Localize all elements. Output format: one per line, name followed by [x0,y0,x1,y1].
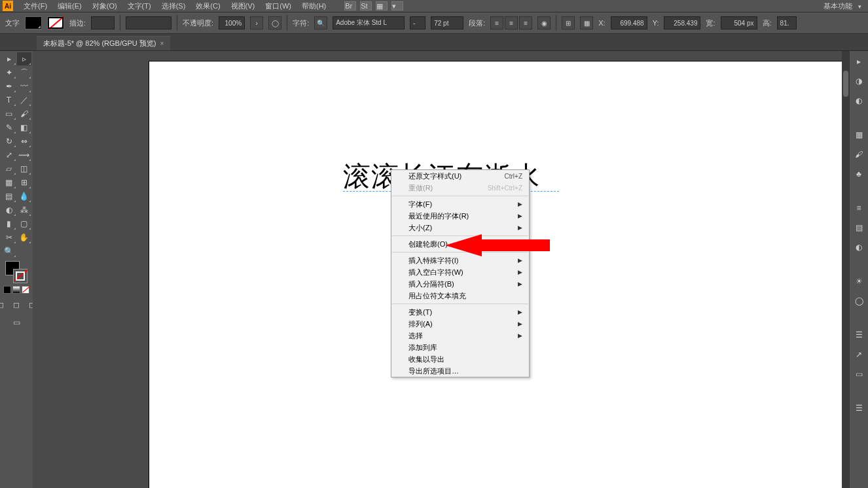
slice-tool-icon[interactable]: ✂ [2,231,16,244]
transparency-panel-icon[interactable]: ◐ [852,241,865,254]
color-mode-none[interactable] [22,286,29,294]
cm-create-outlines[interactable]: 创建轮廓(O) [391,238,529,250]
brushes-panel-icon[interactable]: 🖌 [852,148,865,161]
fill-stroke-indicator[interactable] [5,261,27,283]
draw-behind-icon[interactable]: ◻ [9,298,24,311]
lasso-tool-icon[interactable]: ⌒ [17,66,31,79]
opacity-input[interactable] [219,16,245,29]
tab-close-icon[interactable]: × [160,40,164,47]
swatches-panel-icon[interactable]: ▦ [852,128,865,141]
stock-icon[interactable]: St [360,1,372,10]
layers-panel-icon[interactable]: ☰ [852,328,865,341]
gradient-tool-icon[interactable]: ▤ [2,190,16,203]
align-center-icon[interactable]: ≡ [505,16,518,29]
selection-tool-icon[interactable]: ▸ [2,52,16,65]
cm-undo[interactable]: 还原文字样式(U) Ctrl+Z [391,170,529,182]
x-input[interactable] [611,16,647,29]
shape-builder-tool-icon[interactable]: ◫ [17,162,31,175]
cm-recent-fonts[interactable]: 最近使用的字体(R) ▶ [391,210,529,222]
cm-add-to-lib[interactable]: 添加到库 [391,341,529,353]
menu-edit[interactable]: 编辑(E) [52,0,87,12]
brush-profile[interactable] [126,16,172,29]
style-picker-icon[interactable]: ◯ [268,16,281,29]
color-mode-solid[interactable] [3,286,11,294]
menu-select[interactable]: 选择(S) [156,0,191,12]
line-tool-icon[interactable]: ／ [17,94,31,107]
asset-export-panel-icon[interactable]: ↗ [852,348,865,361]
width-tool-icon[interactable]: ⟿ [17,148,31,162]
menu-object[interactable]: 对象(O) [87,0,122,12]
cm-collect-export[interactable]: 收集以导出 [391,353,529,365]
workspace-switcher[interactable]: 基本功能 ▾ [817,0,868,12]
menu-view[interactable]: 视图(V) [226,0,261,12]
graphic-styles-panel-icon[interactable]: ◯ [852,294,865,307]
cm-transform[interactable]: 变换(T) ▶ [391,306,529,318]
cm-select[interactable]: 选择 ▶ [391,330,529,341]
reflect-tool-icon[interactable]: ⇔ [17,135,31,148]
free-transform-tool-icon[interactable]: ▱ [2,162,16,175]
symbols-panel-icon[interactable]: ♣ [852,167,865,181]
eyedropper-tool-icon[interactable]: 💧 [17,190,31,203]
color-panel-icon[interactable]: ◑ [852,75,865,88]
cm-fill-placeholder[interactable]: 用占位符文本填充 [391,290,529,302]
font-style-input[interactable] [410,16,425,29]
cm-export-selection[interactable]: 导出所选项目… [391,365,529,377]
cm-font[interactable]: 字体(F) ▶ [391,198,529,210]
font-name-input[interactable] [333,16,405,29]
font-size-input[interactable] [431,16,463,29]
vertical-scrollbar[interactable] [842,51,850,488]
menu-file[interactable]: 文件(F) [18,0,52,12]
scroll-thumb[interactable] [843,71,848,97]
h-input[interactable] [777,16,797,29]
draw-normal-icon[interactable]: ◻ [0,298,8,311]
w-input[interactable] [721,16,757,29]
rotate-tool-icon[interactable]: ↻ [2,135,16,148]
gpu-icon[interactable]: ▾ [391,1,403,10]
pen-tool-icon[interactable]: ✒ [2,80,16,93]
transform-panel-icon[interactable]: ▦ [580,16,593,29]
bridge-icon[interactable]: Br [344,1,356,10]
cm-insert-blank[interactable]: 插入空白字符(W) ▶ [391,266,529,278]
fill-swatch[interactable] [25,16,42,29]
color-guide-panel-icon[interactable]: ◐ [852,94,865,107]
artboard-tool-icon[interactable]: ▢ [17,217,31,230]
hand-tool-icon[interactable]: ✋ [17,231,31,244]
font-search-icon[interactable]: 🔍 [314,16,327,29]
screen-mode-icon[interactable]: ▭ [9,316,24,329]
direct-selection-tool-icon[interactable]: ▹ [17,52,31,65]
stroke-panel-icon[interactable]: ≡ [852,201,865,215]
stroke-weight-input[interactable] [91,16,115,29]
cm-arrange[interactable]: 排列(A) ▶ [391,318,529,330]
opacity-more-icon[interactable]: › [250,16,263,29]
magic-wand-tool-icon[interactable]: ✦ [2,66,16,79]
align-left-icon[interactable]: ≡ [490,16,503,29]
color-mode-gradient[interactable] [12,286,20,294]
type-tool-icon[interactable]: T [2,94,16,107]
cm-insert-special[interactable]: 插入特殊字符(I) ▶ [391,254,529,266]
cm-insert-break[interactable]: 插入分隔符(B) ▶ [391,278,529,290]
y-input[interactable] [664,16,700,29]
arrange-docs-icon[interactable]: ▦ [376,1,388,10]
libraries-panel-icon[interactable]: ☰ [852,402,865,415]
paintbrush-tool-icon[interactable]: 🖌 [17,107,31,120]
perspective-tool-icon[interactable]: ▦ [2,176,16,189]
menu-window[interactable]: 窗口(W) [260,0,297,12]
artboards-panel-icon[interactable]: ▭ [852,368,865,381]
stroke-color-icon[interactable] [13,269,27,283]
properties-panel-icon[interactable]: ▸ [852,55,865,68]
align-right-icon[interactable]: ≡ [519,16,532,29]
curvature-tool-icon[interactable]: 〰 [17,80,31,93]
gradient-panel-icon[interactable]: ▤ [852,221,865,234]
menu-help[interactable]: 帮助(H) [297,0,331,12]
symbol-spray-icon[interactable]: ⁂ [17,203,31,217]
stroke-swatch[interactable] [47,16,64,29]
graph-tool-icon[interactable]: ▮ [2,217,16,230]
align-panel-icon[interactable]: ⊞ [562,16,575,29]
mesh-tool-icon[interactable]: ⊞ [17,176,31,189]
blend-tool-icon[interactable]: ◐ [2,203,16,217]
pencil-tool-icon[interactable]: ✎ [2,121,16,134]
scale-tool-icon[interactable]: ⤢ [2,148,16,162]
rectangle-tool-icon[interactable]: ▭ [2,107,16,120]
zoom-tool-icon[interactable]: 🔍 [2,245,16,258]
appearance-panel-icon[interactable]: ☀ [852,275,865,288]
